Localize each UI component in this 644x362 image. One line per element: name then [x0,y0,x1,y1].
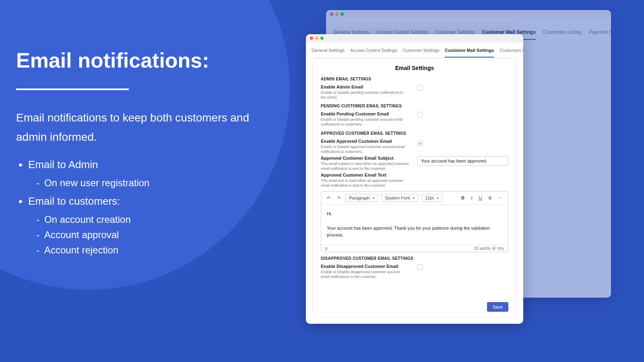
font-size-value: 12pt [425,195,433,200]
sub-rejection: Account rejection [28,245,266,256]
admin-email-label: Enable Admin Email [321,84,409,89]
card-title: Email Settings [321,65,508,71]
approved-enable-label: Enable Approved Customer Email [321,139,409,144]
promo-copy: Email notifications: Email notifications… [16,48,266,262]
maximize-dot-icon[interactable] [320,37,324,40]
promo-lead: Email notifications to keep both custome… [16,108,266,146]
editor-footer-right: 15 words ⦿ tiny [474,246,504,251]
approved-enable-checkbox[interactable] [417,140,423,146]
section-pending-title: PENDING CUSTOMER EMAIL SETTINGS [321,104,508,108]
admin-email-help: Enable or Disable pending customer notif… [321,90,409,100]
strikethrough-icon[interactable]: S [487,195,493,201]
minimize-dot-icon [335,12,339,16]
tab-payment-back[interactable]: Payment Settings [589,29,611,40]
field-pending-email: Enable Pending Customer Email Enable or … [321,111,508,127]
field-disapproved-email: Enable Disapproved Customer Email Enable… [321,264,508,279]
tab-listing-back[interactable]: Customers Listing [543,29,582,40]
pending-email-help: Enable or Disable pending customer accou… [321,117,409,127]
undo-icon[interactable]: ↶ [325,195,332,202]
sub-approval: Account approval [28,229,266,241]
font-family-value: System Font [385,195,410,200]
disapproved-email-help: Enable or Disable disapproved customer a… [321,269,409,279]
tab-mail[interactable]: Customer Mail Settings [445,48,494,58]
tiny-logo-icon: ⦿ [492,246,496,251]
email-settings-card: Email Settings ADMIN EMAIL SETTINGS Enab… [312,58,517,318]
editor-line: Hi, [327,210,502,218]
editor-wordcount: 15 words [474,246,491,251]
section-approved-title: APPROVED CUSTOMER EMAIL SETTINGS [321,131,508,136]
field-approved-enable: Enable Approved Customer Email Enable or… [321,139,508,154]
promo-divider [16,88,129,90]
editor-body[interactable]: Hi, Your account has been approved. Than… [321,205,508,244]
section-disapproved-title: DISAPPROVED CUSTOMER EMAIL SETTINGS [321,256,508,261]
block-format-select[interactable]: Paragraph ▾ [345,194,378,202]
bold-icon[interactable]: B [460,195,466,201]
more-icon[interactable]: ⋯ [496,195,504,202]
maximize-dot-icon [341,12,344,16]
bullet-customers-label: Email to customers: [28,195,120,207]
bullet-admin: Email to Admin On new user registration [16,158,266,189]
font-size-select[interactable]: 12pt ▾ [421,194,442,202]
editor-footer: p 15 words ⦿ tiny [321,245,508,252]
field-approved-subject: Approved Customer Email Subject This ema… [321,156,508,171]
settings-window: General Settings Access Control Settings… [306,34,523,324]
field-admin-email: Enable Admin Email Enable or Disable pen… [321,84,508,100]
underline-icon[interactable]: U [477,195,484,201]
sub-registration: On new user registration [28,177,266,189]
approved-subject-label: Approved Customer Email Subject [321,156,409,160]
admin-email-checkbox[interactable] [417,85,423,90]
chevron-down-icon: ▾ [413,196,415,200]
approved-subject-help: This email subject is used when an appro… [321,161,409,171]
editor-line: Your account has been approved. Thank yo… [327,225,502,239]
minimize-dot-icon[interactable] [315,37,318,40]
save-button[interactable]: Save [487,302,508,312]
approved-text-label: Approved Customer Email Text [321,173,409,177]
pending-email-label: Enable Pending Customer Email [321,111,409,116]
editor-toolbar: ↶ ↷ Paragraph ▾ System Font ▾ 12pt ▾ [321,191,508,205]
italic-icon[interactable]: I [469,195,474,201]
titlebar-back [326,10,611,18]
approved-enable-help: Enable or Disable approved customer acco… [321,144,409,154]
approved-subject-input[interactable] [417,156,508,166]
tab-access[interactable]: Access Control Settings [350,48,397,58]
bullet-customers: Email to customers: On account creation … [16,195,266,256]
sub-creation: On account creation [28,214,266,225]
tab-listing[interactable]: Customers Listing [500,48,523,58]
rich-text-editor: ↶ ↷ Paragraph ▾ System Font ▾ 12pt ▾ [321,191,508,252]
tiny-logo-text: tiny [497,246,504,251]
block-format-value: Paragraph [349,195,369,200]
editor-path: p [325,246,328,251]
font-family-select[interactable]: System Font ▾ [381,194,418,202]
settings-panel: Email Settings ADMIN EMAIL SETTINGS Enab… [306,58,523,323]
disapproved-email-label: Enable Disapproved Customer Email [321,264,409,269]
chevron-down-icon: ▾ [437,196,439,200]
pending-email-checkbox[interactable] [417,112,423,117]
section-admin-title: ADMIN EMAIL SETTINGS [321,77,508,81]
tab-general[interactable]: General Settings [312,48,345,58]
close-dot-icon[interactable] [310,37,313,40]
redo-icon[interactable]: ↷ [335,195,342,202]
chevron-down-icon: ▾ [373,196,374,200]
tab-customer[interactable]: Customer Settings [403,48,439,58]
disapproved-email-checkbox[interactable] [417,264,423,270]
bullet-admin-label: Email to Admin [28,158,98,171]
field-approved-text: Approved Customer Email Text This email … [321,173,508,188]
titlebar [306,34,523,42]
promo-title: Email notifications: [16,48,266,72]
approved-text-help: This email text is used when an approved… [321,178,409,188]
tabs-nav: General Settings Access Control Settings… [306,42,523,58]
close-dot-icon [330,12,333,16]
